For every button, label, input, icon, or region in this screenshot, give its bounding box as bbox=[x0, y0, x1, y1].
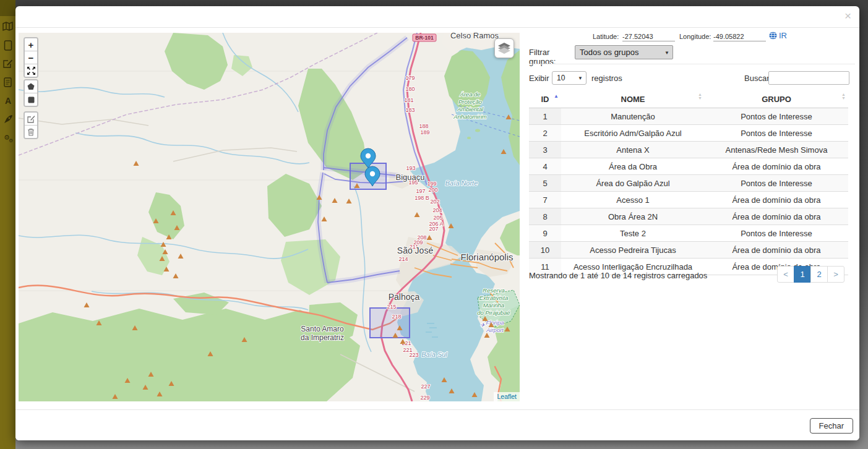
roads-icon[interactable]: A bbox=[0, 93, 15, 109]
svg-text:Baía Norte: Baía Norte bbox=[445, 179, 478, 187]
table-row[interactable]: 10Acesso Pedreira TijucasÁrea de domínio… bbox=[529, 242, 848, 259]
go-to-coords-label: IR bbox=[779, 31, 787, 40]
app-logo bbox=[0, 0, 15, 16]
table-body: 1ManutençãoPontos de Interesse2Escritóri… bbox=[529, 108, 848, 275]
map[interactable]: BR-101 179180181183188189193195197198 B1… bbox=[19, 33, 520, 401]
svg-text:do Pirajubaé: do Pirajubaé bbox=[477, 309, 510, 316]
svg-text:A: A bbox=[4, 96, 11, 106]
svg-text:198 B: 198 B bbox=[415, 195, 429, 201]
filter-groups-value: Todos os grupos bbox=[580, 48, 638, 57]
map-area-rectangle[interactable] bbox=[370, 308, 410, 338]
draw-rectangle-button[interactable] bbox=[25, 93, 37, 106]
panel-divider bbox=[529, 64, 855, 64]
svg-text:183: 183 bbox=[405, 107, 415, 113]
modal-header: × bbox=[15, 6, 859, 28]
svg-text:Extrativista: Extrativista bbox=[479, 294, 508, 301]
fechar-button[interactable]: Fechar bbox=[810, 418, 853, 434]
svg-text:da Imperatriz: da Imperatriz bbox=[301, 333, 344, 342]
page-next-button[interactable]: > bbox=[827, 266, 844, 283]
rocket-icon[interactable] bbox=[0, 111, 15, 127]
edit-icon[interactable] bbox=[0, 56, 15, 72]
svg-text:199: 199 bbox=[427, 181, 436, 187]
layers-control[interactable] bbox=[494, 38, 514, 58]
close-icon[interactable]: × bbox=[844, 10, 851, 22]
svg-text:229: 229 bbox=[420, 395, 429, 401]
zoom-in-button[interactable]: + bbox=[25, 38, 37, 51]
table-row[interactable]: 4Área da ObraÁrea de domínio da obra bbox=[529, 158, 848, 175]
pagination: <12> bbox=[777, 266, 844, 283]
column-header-id[interactable]: ID ▲ bbox=[529, 91, 561, 108]
table-row[interactable]: 1ManutençãoPontos de Interesse bbox=[529, 108, 848, 125]
modal-footer: Fechar bbox=[15, 409, 859, 440]
svg-text:✈: ✈ bbox=[480, 322, 486, 328]
svg-text:227: 227 bbox=[421, 383, 430, 390]
column-header-grupo-label: GRUPO bbox=[762, 95, 791, 104]
filter-groups-select[interactable]: Todos os grupos ▼ bbox=[575, 45, 673, 59]
svg-text:179: 179 bbox=[405, 75, 415, 81]
page-prev-button[interactable]: < bbox=[777, 266, 794, 283]
page-size-select[interactable]: 10 ▼ bbox=[552, 71, 587, 85]
sort-icon: ▲▼ bbox=[698, 93, 702, 100]
svg-text:215: 215 bbox=[387, 304, 396, 310]
column-header-nome[interactable]: NOME ▲▼ bbox=[561, 91, 705, 108]
draw-polygon-button[interactable] bbox=[25, 80, 37, 93]
go-to-coords-link[interactable]: IR bbox=[769, 31, 787, 40]
column-header-grupo[interactable]: GRUPO ▲▼ bbox=[705, 91, 848, 108]
svg-text:Marinha: Marinha bbox=[483, 302, 504, 309]
sort-asc-icon: ▲ bbox=[554, 93, 559, 99]
table-row[interactable]: 8Obra Área 2NÁrea de domínio da obra bbox=[529, 208, 848, 225]
svg-text:⚙: ⚙ bbox=[8, 138, 12, 143]
svg-text:Airport: Airport bbox=[486, 327, 504, 333]
svg-text:193: 193 bbox=[406, 165, 415, 171]
table-row[interactable]: 2Escritório Adm/Galpão AzulPontos de Int… bbox=[529, 125, 848, 142]
search-label: Buscar bbox=[744, 74, 769, 83]
svg-text:Florianópolis: Florianópolis bbox=[460, 252, 513, 262]
table-footer: Mostrando de 1 até 10 de 14 registros ca… bbox=[529, 265, 844, 286]
page-button-1[interactable]: 1 bbox=[794, 266, 811, 283]
right-panel: Latitude: Longitude: IR Filtrar grupos: … bbox=[529, 27, 859, 410]
svg-text:181: 181 bbox=[404, 97, 413, 103]
fullscreen-button[interactable] bbox=[25, 64, 37, 77]
svg-text:São José: São José bbox=[397, 246, 434, 255]
page-size-value: 10 bbox=[557, 74, 565, 82]
table-row[interactable]: 3Antena XAntenas/Rede Mesh Simova bbox=[529, 142, 848, 158]
svg-text:189: 189 bbox=[420, 129, 429, 135]
svg-text:207: 207 bbox=[429, 226, 438, 232]
column-header-nome-label: NOME bbox=[621, 95, 645, 104]
sort-icon: ▲▼ bbox=[841, 93, 846, 100]
search-input[interactable] bbox=[768, 71, 849, 85]
zoom-control: + − bbox=[24, 37, 38, 78]
zoom-out-button[interactable]: − bbox=[25, 51, 37, 64]
settings-gears-icon[interactable]: ⚙⚙ bbox=[0, 130, 15, 146]
longitude-label: Longitude: bbox=[679, 33, 711, 40]
map-icon[interactable] bbox=[0, 19, 15, 35]
svg-text:200: 200 bbox=[428, 187, 437, 193]
svg-text:180: 180 bbox=[405, 86, 415, 92]
device-icon[interactable] bbox=[0, 37, 15, 53]
draw-control bbox=[24, 79, 38, 107]
chevron-down-icon: ▼ bbox=[578, 75, 583, 81]
document-icon[interactable] bbox=[0, 74, 15, 90]
svg-text:Celso Ramos: Celso Ramos bbox=[450, 33, 499, 40]
svg-text:197: 197 bbox=[416, 188, 425, 194]
poi-table: ID ▲ NOME ▲▼ GRUPO ▲▼ 1ManutençãoPont bbox=[529, 91, 848, 275]
edit-layers-button[interactable] bbox=[25, 113, 37, 125]
map-canvas[interactable]: BR-101 179180181183188189193195197198 B1… bbox=[19, 33, 520, 401]
map-attribution[interactable]: Leaflet bbox=[494, 392, 520, 401]
table-row[interactable]: 9Teste 2Pontos de Interesse bbox=[529, 225, 848, 242]
latitude-input[interactable] bbox=[622, 32, 675, 41]
edit-control bbox=[24, 111, 38, 139]
road-shield-label: BR-101 bbox=[415, 35, 434, 41]
svg-text:Biguaçu: Biguaçu bbox=[396, 173, 425, 182]
svg-text:Área de: Área de bbox=[459, 91, 480, 98]
table-row[interactable]: 5Área do Galpão AzulPontos de Interesse bbox=[529, 175, 848, 192]
svg-text:Reserva: Reserva bbox=[483, 287, 504, 294]
svg-text:Baía Sul: Baía Sul bbox=[421, 351, 447, 358]
table-row[interactable]: 7Acesso 1Área de domínio da obra bbox=[529, 192, 848, 208]
page-button-2[interactable]: 2 bbox=[810, 266, 828, 283]
delete-layers-button[interactable] bbox=[25, 125, 37, 138]
svg-text:Ambiental: Ambiental bbox=[457, 106, 484, 113]
svg-text:Floripa: Floripa bbox=[486, 319, 504, 326]
longitude-input[interactable] bbox=[713, 32, 766, 41]
coords-row: Latitude: Longitude: IR bbox=[529, 31, 859, 42]
